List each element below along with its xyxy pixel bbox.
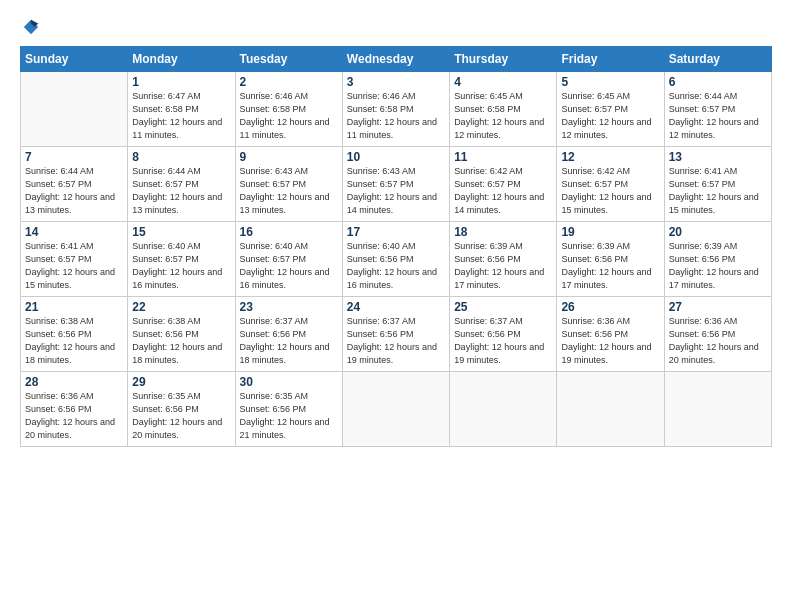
calendar-cell: 5Sunrise: 6:45 AMSunset: 6:57 PMDaylight… [557,72,664,147]
day-number: 19 [561,225,659,239]
day-info: Sunrise: 6:46 AMSunset: 6:58 PMDaylight:… [240,90,338,142]
calendar-week-row: 14Sunrise: 6:41 AMSunset: 6:57 PMDayligh… [21,222,772,297]
day-info: Sunrise: 6:39 AMSunset: 6:56 PMDaylight:… [561,240,659,292]
day-number: 21 [25,300,123,314]
day-info: Sunrise: 6:38 AMSunset: 6:56 PMDaylight:… [25,315,123,367]
calendar-cell: 6Sunrise: 6:44 AMSunset: 6:57 PMDaylight… [664,72,771,147]
calendar-cell [450,372,557,447]
day-number: 28 [25,375,123,389]
day-info: Sunrise: 6:42 AMSunset: 6:57 PMDaylight:… [454,165,552,217]
day-info: Sunrise: 6:35 AMSunset: 6:56 PMDaylight:… [132,390,230,442]
day-info: Sunrise: 6:37 AMSunset: 6:56 PMDaylight:… [240,315,338,367]
day-number: 23 [240,300,338,314]
calendar-cell: 11Sunrise: 6:42 AMSunset: 6:57 PMDayligh… [450,147,557,222]
calendar-day-header: Saturday [664,47,771,72]
calendar-week-row: 1Sunrise: 6:47 AMSunset: 6:58 PMDaylight… [21,72,772,147]
day-info: Sunrise: 6:38 AMSunset: 6:56 PMDaylight:… [132,315,230,367]
day-number: 5 [561,75,659,89]
day-number: 13 [669,150,767,164]
day-info: Sunrise: 6:44 AMSunset: 6:57 PMDaylight:… [132,165,230,217]
day-info: Sunrise: 6:37 AMSunset: 6:56 PMDaylight:… [454,315,552,367]
calendar-week-row: 21Sunrise: 6:38 AMSunset: 6:56 PMDayligh… [21,297,772,372]
calendar-cell: 4Sunrise: 6:45 AMSunset: 6:58 PMDaylight… [450,72,557,147]
header [20,18,772,36]
calendar-cell: 17Sunrise: 6:40 AMSunset: 6:56 PMDayligh… [342,222,449,297]
day-number: 26 [561,300,659,314]
calendar-cell [557,372,664,447]
day-number: 22 [132,300,230,314]
calendar-cell [664,372,771,447]
calendar-cell: 19Sunrise: 6:39 AMSunset: 6:56 PMDayligh… [557,222,664,297]
calendar-cell: 25Sunrise: 6:37 AMSunset: 6:56 PMDayligh… [450,297,557,372]
day-number: 10 [347,150,445,164]
calendar-day-header: Friday [557,47,664,72]
day-number: 16 [240,225,338,239]
calendar-day-header: Sunday [21,47,128,72]
calendar-cell [21,72,128,147]
day-number: 17 [347,225,445,239]
calendar-cell: 13Sunrise: 6:41 AMSunset: 6:57 PMDayligh… [664,147,771,222]
calendar-cell: 9Sunrise: 6:43 AMSunset: 6:57 PMDaylight… [235,147,342,222]
calendar-cell: 8Sunrise: 6:44 AMSunset: 6:57 PMDaylight… [128,147,235,222]
logo-text [20,18,40,36]
day-info: Sunrise: 6:35 AMSunset: 6:56 PMDaylight:… [240,390,338,442]
calendar-cell: 22Sunrise: 6:38 AMSunset: 6:56 PMDayligh… [128,297,235,372]
calendar-cell: 28Sunrise: 6:36 AMSunset: 6:56 PMDayligh… [21,372,128,447]
calendar-day-header: Wednesday [342,47,449,72]
day-info: Sunrise: 6:43 AMSunset: 6:57 PMDaylight:… [347,165,445,217]
calendar-cell: 20Sunrise: 6:39 AMSunset: 6:56 PMDayligh… [664,222,771,297]
calendar-week-row: 7Sunrise: 6:44 AMSunset: 6:57 PMDaylight… [21,147,772,222]
calendar-cell: 3Sunrise: 6:46 AMSunset: 6:58 PMDaylight… [342,72,449,147]
day-info: Sunrise: 6:46 AMSunset: 6:58 PMDaylight:… [347,90,445,142]
calendar-cell: 18Sunrise: 6:39 AMSunset: 6:56 PMDayligh… [450,222,557,297]
day-number: 24 [347,300,445,314]
calendar-week-row: 28Sunrise: 6:36 AMSunset: 6:56 PMDayligh… [21,372,772,447]
calendar-cell: 23Sunrise: 6:37 AMSunset: 6:56 PMDayligh… [235,297,342,372]
day-number: 12 [561,150,659,164]
day-number: 9 [240,150,338,164]
page: SundayMondayTuesdayWednesdayThursdayFrid… [0,0,792,612]
day-number: 8 [132,150,230,164]
calendar-cell: 30Sunrise: 6:35 AMSunset: 6:56 PMDayligh… [235,372,342,447]
calendar-cell: 12Sunrise: 6:42 AMSunset: 6:57 PMDayligh… [557,147,664,222]
day-info: Sunrise: 6:40 AMSunset: 6:56 PMDaylight:… [347,240,445,292]
day-number: 14 [25,225,123,239]
day-number: 18 [454,225,552,239]
calendar-cell: 21Sunrise: 6:38 AMSunset: 6:56 PMDayligh… [21,297,128,372]
day-number: 11 [454,150,552,164]
calendar-cell: 10Sunrise: 6:43 AMSunset: 6:57 PMDayligh… [342,147,449,222]
calendar-table: SundayMondayTuesdayWednesdayThursdayFrid… [20,46,772,447]
calendar-cell: 1Sunrise: 6:47 AMSunset: 6:58 PMDaylight… [128,72,235,147]
calendar-cell: 24Sunrise: 6:37 AMSunset: 6:56 PMDayligh… [342,297,449,372]
day-info: Sunrise: 6:40 AMSunset: 6:57 PMDaylight:… [132,240,230,292]
day-info: Sunrise: 6:45 AMSunset: 6:57 PMDaylight:… [561,90,659,142]
day-info: Sunrise: 6:40 AMSunset: 6:57 PMDaylight:… [240,240,338,292]
day-number: 30 [240,375,338,389]
day-number: 25 [454,300,552,314]
day-info: Sunrise: 6:47 AMSunset: 6:58 PMDaylight:… [132,90,230,142]
logo [20,18,40,36]
calendar-cell: 26Sunrise: 6:36 AMSunset: 6:56 PMDayligh… [557,297,664,372]
calendar-cell: 15Sunrise: 6:40 AMSunset: 6:57 PMDayligh… [128,222,235,297]
calendar-day-header: Monday [128,47,235,72]
calendar-cell: 29Sunrise: 6:35 AMSunset: 6:56 PMDayligh… [128,372,235,447]
day-info: Sunrise: 6:42 AMSunset: 6:57 PMDaylight:… [561,165,659,217]
calendar-cell: 7Sunrise: 6:44 AMSunset: 6:57 PMDaylight… [21,147,128,222]
logo-icon [22,18,40,36]
calendar-cell: 14Sunrise: 6:41 AMSunset: 6:57 PMDayligh… [21,222,128,297]
calendar-cell: 27Sunrise: 6:36 AMSunset: 6:56 PMDayligh… [664,297,771,372]
day-info: Sunrise: 6:44 AMSunset: 6:57 PMDaylight:… [25,165,123,217]
day-number: 4 [454,75,552,89]
day-info: Sunrise: 6:36 AMSunset: 6:56 PMDaylight:… [561,315,659,367]
day-info: Sunrise: 6:43 AMSunset: 6:57 PMDaylight:… [240,165,338,217]
day-info: Sunrise: 6:39 AMSunset: 6:56 PMDaylight:… [669,240,767,292]
day-number: 1 [132,75,230,89]
day-info: Sunrise: 6:39 AMSunset: 6:56 PMDaylight:… [454,240,552,292]
day-number: 29 [132,375,230,389]
day-info: Sunrise: 6:36 AMSunset: 6:56 PMDaylight:… [669,315,767,367]
day-number: 7 [25,150,123,164]
calendar-cell: 16Sunrise: 6:40 AMSunset: 6:57 PMDayligh… [235,222,342,297]
day-number: 15 [132,225,230,239]
calendar-cell: 2Sunrise: 6:46 AMSunset: 6:58 PMDaylight… [235,72,342,147]
day-number: 3 [347,75,445,89]
